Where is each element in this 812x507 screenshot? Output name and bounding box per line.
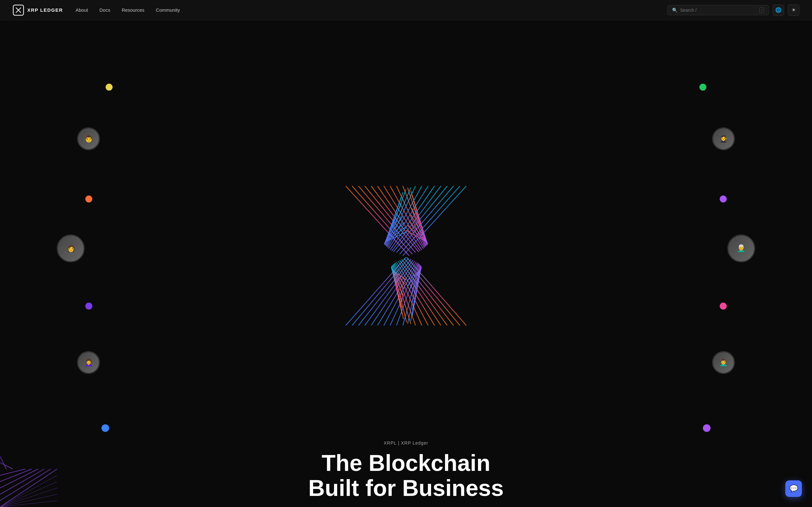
dot-yellow — [106, 83, 113, 91]
avatar-6: 👨‍🦱 — [712, 351, 735, 374]
search-input[interactable] — [680, 8, 757, 13]
chat-icon: 💬 — [790, 485, 798, 493]
dot-green — [699, 83, 706, 91]
globe-icon: 🌐 — [775, 7, 781, 13]
avatar-5: 👨‍🦳 — [727, 234, 755, 262]
avatar-4: 👩‍🎓 — [712, 127, 735, 150]
avatar-placeholder-2: 👩 — [58, 235, 84, 262]
dot-purple-left — [85, 302, 92, 309]
theme-toggle-button[interactable]: ☀ — [788, 4, 799, 16]
search-bar[interactable]: 🔍 / — [667, 5, 769, 15]
logo-link[interactable]: XRP LEDGER — [13, 4, 63, 16]
avatar-placeholder-5: 👨‍🦳 — [728, 235, 754, 262]
nav-right: 🔍 / 🌐 ☀ — [667, 4, 799, 16]
nav-links: About Docs Resources Community — [75, 7, 180, 13]
chat-button[interactable]: 💬 — [785, 481, 802, 497]
dot-orange — [85, 195, 92, 203]
search-icon: 🔍 — [672, 8, 677, 13]
dot-purple-br — [703, 424, 711, 432]
nav-link-docs[interactable]: Docs — [99, 7, 110, 13]
nav-link-about[interactable]: About — [75, 7, 88, 13]
avatar-placeholder-6: 👨‍🦱 — [713, 352, 734, 373]
theme-icon: ☀ — [792, 7, 796, 13]
navbar: XRP LEDGER About Docs Resources Communit… — [0, 0, 812, 20]
avatar-2: 👩 — [57, 234, 85, 262]
hero-title: The Blockchain Built for Business — [0, 451, 812, 501]
avatar-placeholder-1: 👨 — [78, 128, 99, 149]
hero-text: XRPL | XRP Ledger The Blockchain Built f… — [0, 441, 812, 501]
xrp-svg — [327, 176, 485, 335]
xrp-logo — [327, 176, 485, 335]
avatar-placeholder-3: 👩‍🦱 — [78, 352, 99, 373]
avatar-3: 👩‍🦱 — [77, 351, 100, 374]
hero-title-line2: Built for Business — [308, 475, 504, 501]
globe-button[interactable]: 🌐 — [773, 4, 784, 16]
avatar-1: 👨 — [77, 127, 100, 150]
logo-text: XRP LEDGER — [27, 7, 63, 13]
nav-link-community[interactable]: Community — [156, 7, 180, 13]
dot-purple-right — [720, 195, 727, 203]
nav-link-resources[interactable]: Resources — [122, 7, 145, 13]
hero-subtitle: XRPL | XRP Ledger — [0, 441, 812, 446]
svg-line-58 — [407, 257, 466, 326]
logo-icon — [13, 4, 24, 16]
dot-pink — [720, 302, 727, 309]
avatar-placeholder-4: 👩‍🎓 — [713, 128, 734, 149]
search-slash: / — [759, 7, 764, 13]
dot-blue-left — [101, 424, 109, 432]
svg-line-9 — [397, 186, 425, 247]
hero-title-line1: The Blockchain — [322, 450, 490, 475]
hero-section: 👨 👩 👩‍🦱 👩‍🎓 👨‍🦳 👨‍🦱 — [0, 20, 812, 507]
